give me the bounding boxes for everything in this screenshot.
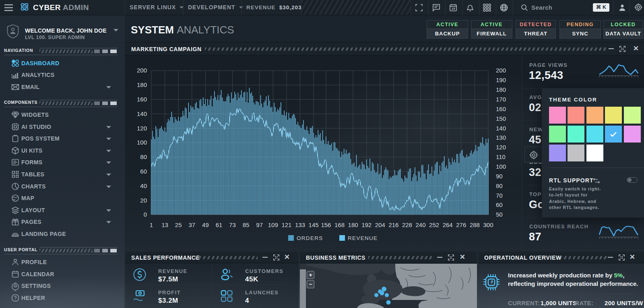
svg-text:180: 180 — [348, 221, 358, 228]
svg-text:150: 150 — [496, 115, 506, 122]
svg-text:216: 216 — [388, 221, 398, 228]
svg-text:140: 140 — [137, 110, 147, 117]
svg-text:90: 90 — [496, 173, 503, 180]
svg-text:60: 60 — [496, 201, 503, 208]
svg-text:204: 204 — [375, 221, 385, 228]
svg-text:121: 121 — [281, 221, 291, 228]
svg-text:70: 70 — [496, 192, 503, 199]
svg-text:73: 73 — [229, 221, 236, 228]
svg-text:200: 200 — [496, 67, 506, 74]
svg-text:160: 160 — [137, 96, 147, 103]
svg-text:80: 80 — [496, 182, 503, 189]
svg-text:40: 40 — [140, 182, 147, 189]
svg-text:140: 140 — [496, 125, 506, 132]
svg-text:13: 13 — [161, 221, 168, 228]
svg-text:0: 0 — [144, 211, 147, 218]
svg-text:276: 276 — [456, 221, 466, 228]
svg-text:180: 180 — [496, 86, 506, 93]
svg-text:80: 80 — [140, 153, 147, 160]
svg-text:156: 156 — [321, 221, 331, 228]
svg-text:264: 264 — [443, 221, 453, 228]
svg-text:240: 240 — [415, 221, 425, 228]
svg-text:50: 50 — [496, 211, 503, 218]
svg-text:109: 109 — [268, 221, 278, 228]
svg-text:85: 85 — [243, 221, 250, 228]
svg-text:20: 20 — [140, 197, 147, 204]
svg-text:300: 300 — [483, 221, 493, 228]
svg-text:160: 160 — [496, 105, 506, 112]
svg-text:1: 1 — [150, 221, 153, 228]
svg-text:190: 190 — [496, 76, 506, 83]
svg-text:228: 228 — [402, 221, 412, 228]
svg-text:120: 120 — [496, 144, 506, 151]
svg-text:37: 37 — [188, 221, 195, 228]
svg-text:192: 192 — [361, 221, 372, 228]
svg-text:49: 49 — [202, 221, 209, 228]
svg-text:97: 97 — [256, 221, 263, 228]
svg-text:145: 145 — [309, 221, 319, 228]
svg-text:61: 61 — [216, 221, 223, 228]
svg-text:180: 180 — [137, 81, 147, 88]
svg-text:100: 100 — [137, 139, 147, 146]
svg-text:110: 110 — [496, 153, 506, 160]
svg-text:133: 133 — [295, 221, 305, 228]
svg-text:168: 168 — [334, 221, 345, 228]
svg-text:252: 252 — [429, 221, 439, 228]
svg-text:288: 288 — [470, 221, 480, 228]
svg-text:170: 170 — [496, 96, 506, 103]
svg-text:200: 200 — [137, 67, 147, 74]
svg-text:100: 100 — [496, 163, 506, 170]
svg-text:130: 130 — [496, 134, 506, 141]
svg-text:25: 25 — [175, 221, 182, 228]
svg-text:120: 120 — [137, 125, 147, 132]
svg-text:60: 60 — [140, 168, 147, 175]
